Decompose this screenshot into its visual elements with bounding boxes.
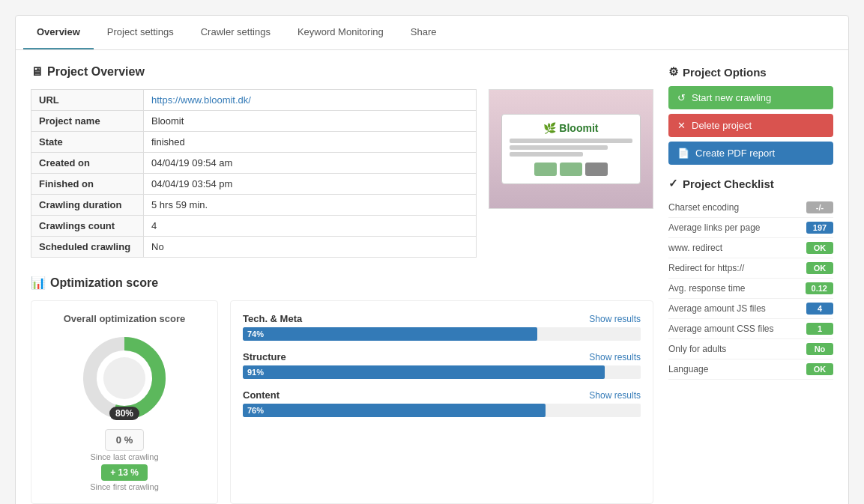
first-crawl-change: + 13 % (101, 464, 148, 481)
status-badge: OK (806, 262, 833, 274)
field-label: Created on (31, 153, 144, 174)
status-badge: No (806, 343, 833, 355)
refresh-icon: ↺ (677, 92, 686, 103)
field-value: 4 (144, 216, 477, 237)
list-item: Avg. response time0.12 (668, 279, 833, 299)
donut-center-value: 80% (109, 407, 139, 420)
tab-bar: Overview Project settings Crawler settin… (16, 16, 848, 50)
donut-area: Overall optimization score 80% (31, 300, 218, 504)
field-value[interactable]: https://www.bloomit.dk/ (144, 90, 477, 111)
tab-project-settings[interactable]: Project settings (94, 16, 187, 49)
score-bar-item: StructureShow results91% (243, 351, 641, 379)
overview-area: URLhttps://www.bloomit.dk/Project nameBl… (31, 89, 653, 258)
chart-icon: 📊 (31, 276, 46, 290)
project-checklist-section: ✓ Project Checklist Charset encoding-/-A… (668, 177, 833, 380)
bar-outer: 91% (243, 365, 641, 379)
project-overview-title: 🖥 Project Overview (31, 65, 653, 79)
score-bar-label: Content (243, 389, 280, 401)
check-icon: ✓ (668, 177, 678, 190)
project-overview-section: 🖥 Project Overview URLhttps://www.bloomi… (31, 65, 653, 258)
bar-inner: 76% (243, 404, 546, 417)
status-badge: OK (806, 242, 833, 254)
field-value: 5 hrs 59 min. (144, 195, 477, 216)
delete-project-button[interactable]: ✕ Delete project (668, 114, 833, 137)
field-label: Finished on (31, 174, 144, 195)
field-value: finished (144, 132, 477, 153)
tab-share[interactable]: Share (397, 16, 450, 49)
score-bar-item: Tech. & MetaShow results74% (243, 313, 641, 341)
status-badge: 0.12 (806, 282, 833, 294)
screenshot-bar-2 (510, 145, 608, 150)
status-badge: -/- (806, 201, 833, 213)
screenshot-bars (510, 139, 632, 157)
field-value: 04/04/19 03:54 pm (144, 174, 477, 195)
status-badge: 1 (806, 323, 833, 335)
screenshot-site-title: 🌿 Bloomit (510, 122, 632, 134)
main-container: Overview Project settings Crawler settin… (15, 15, 849, 504)
field-label: State (31, 132, 144, 153)
table-row: Crawling duration5 hrs 59 min. (31, 195, 477, 216)
project-checklist-title: ✓ Project Checklist (668, 177, 833, 190)
checklist-item-label: Average amount JS files (668, 303, 806, 314)
table-row: Statefinished (31, 132, 477, 153)
cog-icon: ⚙ (668, 65, 678, 79)
score-bar-header: StructureShow results (243, 351, 641, 362)
field-label: Scheduled crawling (31, 237, 144, 258)
right-column: ⚙ Project Options ↺ Start new crawling ✕… (668, 65, 833, 504)
show-results-link[interactable]: Show results (589, 314, 641, 324)
list-item: Average amount JS files4 (668, 299, 833, 319)
status-badge: 4 (806, 303, 833, 315)
project-options-section: ⚙ Project Options ↺ Start new crawling ✕… (668, 65, 833, 165)
checklist-item-label: Charset encoding (668, 202, 806, 213)
overall-score-title: Overall optimization score (64, 313, 186, 324)
checklist-item-label: Language (668, 364, 806, 374)
url-link[interactable]: https://www.bloomit.dk/ (151, 94, 251, 106)
list-item: Average links per page197 (668, 218, 833, 238)
optimization-content: Overall optimization score 80% (31, 300, 653, 504)
monitor-icon: 🖥 (31, 65, 43, 79)
project-options-title: ⚙ Project Options (668, 65, 833, 79)
status-badge: 197 (806, 222, 833, 234)
overview-table: URLhttps://www.bloomit.dk/Project nameBl… (31, 89, 477, 258)
score-bar-label: Tech. & Meta (243, 313, 302, 324)
create-pdf-button[interactable]: 📄 Create PDF report (668, 142, 833, 165)
bar-outer: 74% (243, 327, 641, 341)
score-bar-header: ContentShow results (243, 389, 641, 401)
screenshot-bar-1 (510, 139, 632, 143)
tab-keyword-monitoring[interactable]: Keyword Monitoring (284, 16, 397, 49)
screenshot-placeholder: 🌿 Bloomit (489, 90, 653, 208)
start-crawling-button[interactable]: ↺ Start new crawling (668, 86, 833, 109)
checklist-item-label: Only for adults (668, 344, 806, 354)
donut-chart: 80% (79, 333, 169, 423)
optimization-score-section: 📊 Optimization score Overall optimizatio… (31, 276, 653, 504)
table-row: Crawlings count4 (31, 216, 477, 237)
score-bars-area: Tech. & MetaShow results74%StructureShow… (230, 300, 653, 504)
score-bar-label: Structure (243, 351, 286, 362)
score-bar-header: Tech. & MetaShow results (243, 313, 641, 324)
tab-overview[interactable]: Overview (23, 16, 94, 49)
list-item: LanguageOK (668, 359, 833, 380)
tab-crawler-settings[interactable]: Crawler settings (187, 16, 284, 49)
left-column: 🖥 Project Overview URLhttps://www.bloomi… (31, 65, 653, 504)
list-item: Only for adultsNo (668, 339, 833, 359)
checklist-item-label: Redirect for https:// (668, 263, 806, 273)
table-row: Project nameBloomit (31, 111, 477, 132)
optimization-score-title: 📊 Optimization score (31, 276, 653, 290)
show-results-link[interactable]: Show results (589, 390, 641, 401)
list-item: Charset encoding-/- (668, 198, 833, 218)
checklist-item-label: www. redirect (668, 243, 806, 253)
field-label: URL (31, 90, 144, 111)
delete-icon: ✕ (677, 120, 686, 131)
bar-inner: 74% (243, 327, 537, 341)
svg-point-2 (103, 357, 145, 399)
field-label: Project name (31, 111, 144, 132)
since-last-label: Since last crawling (90, 452, 158, 461)
list-item: Redirect for https://OK (668, 258, 833, 279)
since-first-label: Since first crawling (90, 482, 159, 491)
field-value: 04/04/19 09:54 am (144, 153, 477, 174)
status-badge: OK (806, 363, 833, 375)
show-results-link[interactable]: Show results (589, 352, 641, 362)
screenshot-bar-3 (510, 152, 583, 157)
checklist-item-label: Average amount CSS files (668, 324, 806, 334)
score-bar-item: ContentShow results76% (243, 389, 641, 417)
